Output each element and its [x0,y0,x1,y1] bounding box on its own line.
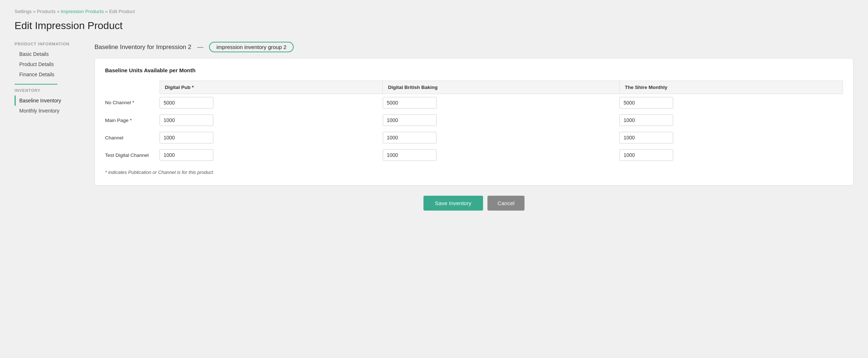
card-subtitle: Baseline Units Available per Month [105,67,843,73]
sidebar-item-baseline-inventory[interactable]: Baseline Inventory [15,95,86,106]
table-row: Channel [105,129,843,146]
breadcrumb-sep3: » [105,9,109,14]
cell-channel-shire-monthly [619,129,843,146]
input-main-page-digital-pub[interactable] [160,114,213,126]
col-header-digital-british-baking: Digital British Baking [383,81,620,94]
input-test-digital-channel-digital-british-baking[interactable] [383,149,437,161]
page-wrapper: Settings » Products » Impression Product… [0,0,868,358]
cell-no-channel-digital-pub [160,94,383,112]
sidebar-item-basic-details[interactable]: Basic Details [15,49,86,59]
input-channel-digital-british-baking[interactable] [383,132,437,143]
dash-separator: — [197,44,203,51]
inventory-group-badge: impression inventory group 2 [209,42,294,52]
input-no-channel-shire-monthly[interactable] [619,97,673,109]
input-channel-digital-pub[interactable] [160,132,213,143]
row-label-main-page: Main Page * [105,111,160,129]
input-main-page-digital-british-baking[interactable] [383,114,437,126]
cell-main-page-digital-british-baking [383,111,620,129]
cell-test-digital-channel-digital-british-baking [383,146,620,164]
breadcrumb-impression-products[interactable]: Impression Products [61,9,104,14]
breadcrumb-products: Products [37,9,55,14]
cell-no-channel-shire-monthly [619,94,843,112]
sidebar-inventory-section: INVENTORY Baseline Inventory Monthly Inv… [15,88,86,116]
row-label-no-channel: No Channel * [105,94,160,112]
table-note: * indicates Publication or Channel is fo… [105,170,843,175]
sidebar-item-monthly-inventory[interactable]: Monthly Inventory [15,106,86,116]
sidebar-item-finance-details[interactable]: Finance Details [15,69,86,80]
cancel-button[interactable]: Cancel [487,196,525,211]
col-header-shire-monthly: The Shire Monthly [619,81,843,94]
cell-main-page-shire-monthly [619,111,843,129]
inventory-table: Digital Pub * Digital British Baking The… [105,81,843,164]
cell-channel-digital-pub [160,129,383,146]
row-label-test-digital-channel: Test Digital Channel [105,146,160,164]
input-no-channel-digital-pub[interactable] [160,97,213,109]
save-inventory-button[interactable]: Save Inventory [423,196,483,211]
breadcrumb-sep2: » [57,9,61,14]
row-label-channel: Channel [105,129,160,146]
input-test-digital-channel-shire-monthly[interactable] [619,149,673,161]
breadcrumb-edit-product: Edit Product [109,9,135,14]
sidebar: PRODUCT INFORMATION Basic Details Produc… [15,42,95,211]
button-row: Save Inventory Cancel [95,196,853,211]
cell-test-digital-channel-shire-monthly [619,146,843,164]
cell-no-channel-digital-british-baking [383,94,620,112]
inventory-card: Baseline Units Available per Month Digit… [95,58,853,186]
sidebar-product-info-label: PRODUCT INFORMATION [15,42,86,46]
page-title: Edit Impression Product [15,20,853,32]
section-heading: Baseline Inventory for Impression 2 [95,44,191,51]
table-row: No Channel * [105,94,843,112]
breadcrumb: Settings » Products » Impression Product… [15,9,853,14]
table-row: Test Digital Channel [105,146,843,164]
input-no-channel-digital-british-baking[interactable] [383,97,437,109]
breadcrumb-settings: Settings [15,9,32,14]
input-test-digital-channel-digital-pub[interactable] [160,149,213,161]
sidebar-inventory-label: INVENTORY [15,88,86,93]
input-channel-shire-monthly[interactable] [619,132,673,143]
table-header-row: Digital Pub * Digital British Baking The… [105,81,843,94]
col-header-digital-pub: Digital Pub * [160,81,383,94]
content-layout: PRODUCT INFORMATION Basic Details Produc… [15,42,853,211]
section-heading-row: Baseline Inventory for Impression 2 — im… [95,42,853,52]
sidebar-product-info-section: PRODUCT INFORMATION Basic Details Produc… [15,42,86,80]
sidebar-item-product-details[interactable]: Product Details [15,59,86,69]
table-row: Main Page * [105,111,843,129]
col-header-empty [105,81,160,94]
sidebar-divider [15,84,57,85]
cell-test-digital-channel-digital-pub [160,146,383,164]
main-content: Baseline Inventory for Impression 2 — im… [95,42,853,211]
input-main-page-shire-monthly[interactable] [619,114,673,126]
breadcrumb-sep1: » [33,9,37,14]
cell-channel-digital-british-baking [383,129,620,146]
cell-main-page-digital-pub [160,111,383,129]
